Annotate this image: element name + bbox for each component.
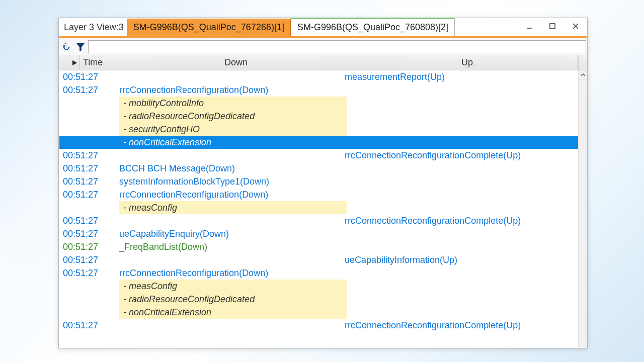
message-row[interactable]: 00:51:27rrcConnectionReconfigurationComp…	[59, 149, 578, 162]
redo-icon[interactable]	[60, 40, 73, 53]
message-row[interactable]: 00:51:27ueCapabilityEnquiry(Down)	[59, 227, 578, 240]
filter-icon[interactable]	[74, 40, 87, 53]
down-cell: rrcConnectionReconfiguration(Down)	[115, 83, 341, 97]
message-row[interactable]: 00:51:27systemInformationBlockType1(Down…	[59, 175, 578, 188]
time-cell: 00:51:27	[59, 149, 115, 162]
play-column-header[interactable]	[59, 55, 80, 70]
up-cell: rrcConnectionReconfigurationComplete(Up)	[341, 149, 578, 162]
message-row[interactable]: 00:51:27ueCapabilityInformation(Up)	[59, 253, 578, 266]
message-row[interactable]: 00:51:27measurementReport(Up)	[59, 70, 578, 83]
tab-device-2[interactable]: SM-G996B(QS_QualiPoc_760808)[2]	[291, 18, 455, 36]
time-cell: 00:51:27	[59, 266, 115, 280]
time-column-header[interactable]: Time	[80, 55, 115, 70]
down-cell: ueCapabilityEnquiry(Down)	[115, 227, 341, 240]
down-cell	[115, 214, 341, 227]
sub-item[interactable]: - mobilityControlInfo	[119, 97, 347, 110]
play-icon	[71, 60, 77, 66]
sub-item[interactable]: - radioResourceConfigDedicated	[119, 293, 347, 306]
filter-input[interactable]	[88, 40, 586, 53]
down-cell	[115, 149, 341, 162]
message-row[interactable]: 00:51:27rrcConnectionReconfigurationComp…	[59, 214, 578, 227]
time-cell: 00:51:27	[59, 83, 115, 97]
message-row[interactable]: 00:51:27rrcConnectionReconfiguration(Dow…	[59, 266, 578, 280]
column-headers: Time Down Up	[59, 55, 587, 70]
sub-item[interactable]: - nonCriticalExtension	[119, 306, 347, 319]
chevron-up-icon	[581, 72, 586, 77]
up-cell: rrcConnectionReconfigurationComplete(Up)	[341, 319, 578, 332]
time-cell: 00:51:27	[59, 253, 115, 266]
window-title: Layer 3 View:3	[64, 19, 127, 36]
tab-device-1[interactable]: SM-G996B(QS_QualiPoc_767266)[1]	[127, 19, 291, 36]
down-cell	[115, 253, 341, 266]
message-row[interactable]: 00:51:27_FreqBandList(Down)	[59, 240, 578, 253]
time-cell: 00:51:27	[59, 214, 115, 227]
message-row[interactable]: 00:51:27rrcConnectionReconfiguration(Dow…	[59, 83, 578, 97]
up-cell: measurementReport(Up)	[341, 70, 578, 83]
time-cell: 00:51:27	[59, 319, 115, 332]
message-row[interactable]: 00:51:27BCCH BCH Message(Down)	[59, 162, 578, 175]
sub-item-selected[interactable]: - nonCriticalExtension	[59, 136, 578, 149]
up-cell	[341, 266, 578, 280]
sub-item[interactable]: - radioResourceConfigDedicated	[119, 110, 347, 123]
maximize-button[interactable]	[541, 18, 564, 34]
down-cell: BCCH BCH Message(Down)	[115, 162, 341, 175]
up-cell	[341, 175, 578, 188]
time-cell: 00:51:27	[59, 240, 115, 253]
time-cell: 00:51:27	[59, 188, 115, 201]
down-cell	[115, 319, 341, 332]
scroll-gutter-header	[578, 55, 587, 70]
up-cell: ueCapabilityInformation(Up)	[341, 253, 578, 266]
message-row[interactable]: 00:51:27rrcConnectionReconfiguration(Dow…	[59, 188, 578, 201]
app-window: Layer 3 View:3 SM-G996B(QS_QualiPoc_7672…	[58, 18, 588, 348]
sub-item[interactable]: - measConfig	[119, 201, 347, 214]
minimize-button[interactable]	[518, 18, 541, 34]
down-cell: rrcConnectionReconfiguration(Down)	[115, 188, 341, 201]
time-cell: 00:51:27	[59, 175, 115, 188]
time-cell: 00:51:27	[59, 227, 115, 240]
down-cell	[115, 70, 341, 83]
window-controls	[518, 18, 587, 34]
up-cell	[341, 162, 578, 175]
down-cell: _FreqBandList(Down)	[115, 240, 341, 253]
up-cell	[341, 83, 578, 97]
down-cell: systemInformationBlockType1(Down)	[115, 175, 341, 188]
up-cell: rrcConnectionReconfigurationComplete(Up)	[341, 214, 578, 227]
message-row[interactable]: 00:51:27rrcConnectionReconfigurationComp…	[59, 319, 578, 332]
up-column-header[interactable]: Up	[357, 55, 578, 70]
down-cell: rrcConnectionReconfiguration(Down)	[115, 266, 341, 280]
up-cell	[341, 240, 578, 253]
sub-item[interactable]: - securityConfigHO	[119, 123, 347, 136]
sub-item[interactable]: - measConfig	[119, 280, 347, 293]
up-cell	[341, 188, 578, 201]
time-cell: 00:51:27	[59, 70, 115, 83]
rows-container: 00:51:27measurementReport(Up)00:51:27rrc…	[59, 70, 578, 348]
svg-rect-1	[550, 24, 555, 29]
up-cell	[341, 227, 578, 240]
close-button[interactable]	[564, 18, 587, 34]
toolbar	[59, 38, 587, 55]
message-body: 00:51:27measurementReport(Up)00:51:27rrc…	[59, 70, 587, 348]
titlebar: Layer 3 View:3 SM-G996B(QS_QualiPoc_7672…	[59, 18, 587, 36]
time-cell: 00:51:27	[59, 162, 115, 175]
vertical-scrollbar[interactable]	[578, 70, 587, 348]
scroll-up-button[interactable]	[579, 70, 587, 79]
down-column-header[interactable]: Down	[115, 55, 357, 70]
